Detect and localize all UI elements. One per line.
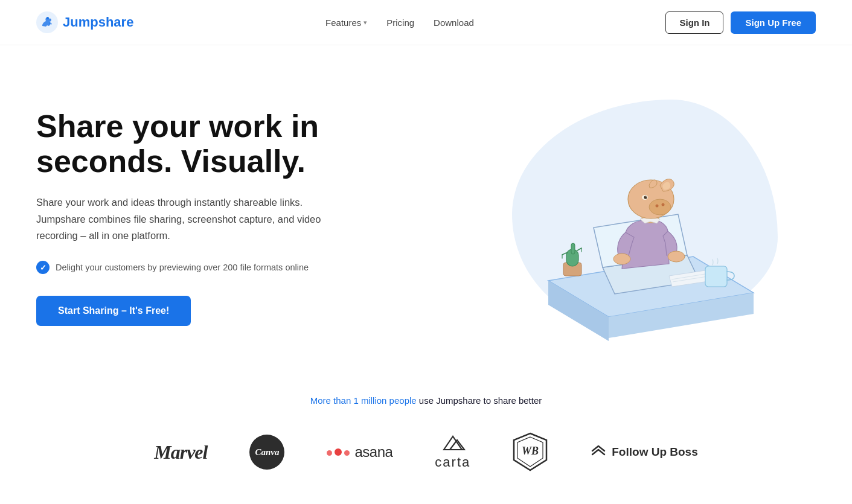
svg-point-13 [644,196,647,199]
marvel-logo-text: Marvel [154,441,207,463]
fub-chevrons-icon [590,442,607,462]
carta-mountain-icon [438,434,468,453]
follow-up-boss-logo: Follow Up Boss [590,442,698,462]
svg-point-9 [649,199,671,215]
chevron-down-icon: ▾ [364,19,367,27]
signin-button[interactable]: Sign In [665,11,723,34]
logo-link[interactable]: Jumpshare [36,11,133,33]
svg-point-11 [662,203,665,206]
canva-logo-text: Canva [255,447,279,458]
svg-point-16 [668,251,685,262]
pricing-link[interactable]: Pricing [386,18,414,28]
carta-logo: carta [435,434,470,470]
wb-shield-svg: WB [513,432,548,472]
features-link[interactable]: Features ▾ [325,18,367,28]
svg-point-10 [656,205,659,208]
cta-button[interactable]: Start Sharing – It's Free! [36,296,191,326]
asana-logo: asana [327,444,392,461]
canva-logo: Canva [249,435,284,470]
hero-title: Share your work in seconds. Visually. [36,109,356,179]
download-link[interactable]: Download [434,18,474,28]
asana-dot-center [335,448,342,456]
illustration-container [464,88,778,347]
hero-description: Share your work and ideas through instan… [36,194,326,244]
hero-content: Share your work in seconds. Visually. Sh… [36,109,356,326]
svg-rect-4 [571,243,575,254]
hero-check-text: Delight your customers by previewing ove… [56,263,309,272]
kangaroo-icon [36,11,58,33]
logo-text: Jumpshare [63,14,133,30]
svg-point-14 [645,196,647,197]
carta-logo-text: carta [435,455,470,470]
svg-point-15 [613,254,630,264]
svg-text:WB: WB [522,445,539,457]
carta-mountain-svg [438,434,468,451]
asana-dot-right [344,450,350,456]
asana-dots [327,448,350,456]
wb-logo: WB [513,432,548,472]
navbar: Jumpshare Features ▾ Pricing Download Si… [0,0,852,45]
follow-up-boss-text: Follow Up Boss [612,445,698,459]
svg-point-1 [46,17,49,19]
social-proof-section: More than 1 million people use Jumpshare… [0,377,852,502]
nav-actions: Sign In Sign Up Free [665,11,816,34]
signup-button[interactable]: Sign Up Free [731,11,816,34]
check-icon [36,261,50,274]
hero-check-item: Delight your customers by previewing ove… [36,261,356,274]
asana-logo-text: asana [354,444,392,461]
svg-rect-6 [705,266,727,287]
fub-chevrons-svg [590,442,607,459]
social-proof-rest: use Jumpshare to share better [419,395,542,406]
nav-links: Features ▾ Pricing Download [325,18,474,28]
hero-section: Share your work in seconds. Visually. Sh… [0,45,852,377]
asana-dot-left [327,450,332,456]
hero-illustration [426,88,816,347]
social-proof-highlight: More than 1 million people [310,395,417,406]
logos-row: Marvel Canva asana carta [36,432,816,472]
social-proof-text: More than 1 million people use Jumpshare… [36,395,816,406]
marvel-logo: Marvel [154,441,207,464]
hero-svg [464,88,778,347]
